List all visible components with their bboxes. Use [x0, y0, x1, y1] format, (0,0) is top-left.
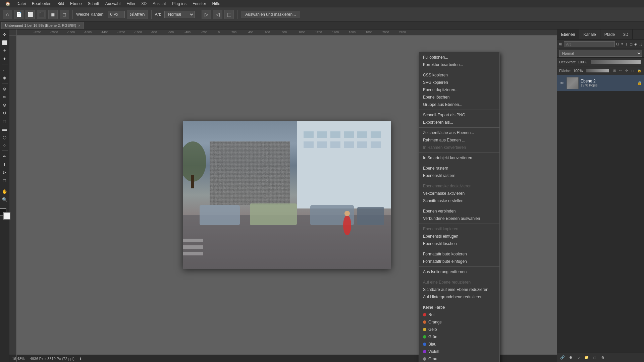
context-menu-item-gruen[interactable]: Grün: [419, 333, 499, 341]
layer-search-input[interactable]: [564, 41, 615, 47]
context-menu-item-formatattribute_kopieren[interactable]: Formatattribute kopieren: [419, 250, 499, 258]
context-menu-item-ebenenstil_einfuegen[interactable]: Ebenenstil einfügen: [419, 233, 499, 240]
context-menu-item-keine_farbe[interactable]: Keine Farbe: [419, 304, 499, 311]
context-menu-item-aus_isolierung_entfernen[interactable]: Aus Isolierung entfernen: [419, 268, 499, 276]
tool-history[interactable]: ↺: [1, 109, 8, 117]
toolbar-home-btn[interactable]: ⌂: [3, 10, 12, 19]
tab-ebenen[interactable]: Ebenen: [557, 29, 579, 39]
fill-slider[interactable]: [586, 69, 609, 72]
context-menu-item-sichtbare_auf_ebene[interactable]: Sichtbare auf eine Ebene reduzieren: [419, 286, 499, 293]
tool-magic-wand[interactable]: ✦: [1, 55, 8, 62]
smart-icon[interactable]: ◈: [634, 41, 638, 48]
toolbar-mode2-btn[interactable]: ⬛: [37, 10, 46, 19]
context-menu-item-fuelloptionen[interactable]: Fülloptionen...: [419, 54, 499, 61]
lock-artboard-icon[interactable]: ◻: [631, 69, 634, 72]
menu-hilfe[interactable]: Hilfe: [210, 1, 223, 7]
context-menu-item-vektormaske_aktivieren[interactable]: Vektormaske aktivieren: [419, 190, 499, 197]
lock-position-icon[interactable]: ✛: [625, 69, 628, 72]
adj-icon[interactable]: ✦: [621, 41, 624, 48]
tool-eyedropper[interactable]: ⊕: [1, 74, 8, 81]
shape-icon[interactable]: □: [630, 41, 633, 48]
context-menu-item-auf_hintergrundebene[interactable]: Auf Hintergrundebene reduzieren: [419, 293, 499, 301]
tool-pen[interactable]: ✒: [1, 153, 8, 160]
select-mask-btn[interactable]: Auswählen und maskieren...: [241, 11, 300, 18]
lock-image-icon[interactable]: ✏: [619, 69, 622, 72]
menu-ebene[interactable]: Ebene: [67, 1, 85, 7]
new-group-icon[interactable]: 📁: [583, 354, 590, 361]
menu-ansicht[interactable]: Ansicht: [150, 1, 168, 7]
layer-item[interactable]: 👁 Ebene 2 1978 Kopie 🔒: [557, 75, 644, 91]
menu-fenster[interactable]: Fenster: [190, 1, 209, 7]
document-tab[interactable]: Unbenannt-1 bei 16,5% (Ebene 2, RGB/8#) …: [1, 22, 84, 29]
tool-shape[interactable]: □: [1, 177, 8, 184]
tab-kanaele[interactable]: Kanäle: [579, 29, 600, 39]
context-menu-item-rahmen_aus_ebenen[interactable]: Rahmen aus Ebenen ...: [419, 136, 499, 144]
context-menu-item-verbundene_ebenen[interactable]: Verbundene Ebenen auswählen: [419, 215, 499, 222]
context-menu-item-exportieren_als[interactable]: Exportieren als...: [419, 119, 499, 126]
tool-dodge[interactable]: ○: [1, 141, 8, 149]
tool-clone[interactable]: ⊙: [1, 101, 8, 109]
menu-datei[interactable]: Datei: [14, 1, 29, 7]
tool-brush[interactable]: ✏: [1, 93, 8, 101]
context-menu-item-ebene_loschen[interactable]: Ebene löschen: [419, 94, 499, 101]
add-mask-icon[interactable]: ○: [575, 354, 582, 361]
context-menu-item-ebenen_verbinden[interactable]: Ebenen verbinden: [419, 207, 499, 215]
context-menu-item-korrektur_bearbeiten[interactable]: Korrektur bearbeiten...: [419, 61, 499, 68]
toolbar-icon2[interactable]: ◁: [213, 10, 222, 19]
context-menu-item-orange[interactable]: Orange: [419, 318, 499, 326]
menu-plugins[interactable]: Plug-ins: [169, 1, 189, 7]
pixel-icon[interactable]: ⬚: [639, 41, 642, 48]
context-menu-item-in_smartobjekt[interactable]: In Smartobjekt konvertieren: [419, 154, 499, 162]
art-select[interactable]: Normal: [164, 11, 195, 18]
menu-bearbeiten[interactable]: Bearbeiten: [29, 1, 54, 7]
context-menu-item-ebenenstil_rastern[interactable]: Ebenenstil rastern: [419, 172, 499, 179]
context-menu-item-css_kopieren[interactable]: CSS kopieren: [419, 71, 499, 79]
tool-rect-select[interactable]: ⬜: [1, 39, 8, 46]
lock-all-icon[interactable]: 🔒: [637, 69, 641, 72]
tool-zoom[interactable]: 🔍: [1, 196, 8, 203]
toolbar-mode1-btn[interactable]: ⬜: [25, 10, 35, 19]
link-layers-icon[interactable]: 🔗: [559, 354, 566, 361]
tool-eraser[interactable]: ◻: [1, 117, 8, 125]
context-menu-item-violett[interactable]: Violett: [419, 348, 499, 355]
weiche-kanten-input[interactable]: [108, 11, 125, 18]
context-menu-item-schnell_export[interactable]: Schnell-Export als PNG: [419, 111, 499, 119]
tool-text[interactable]: T: [1, 161, 8, 168]
tool-hand[interactable]: ✋: [1, 188, 8, 195]
context-menu-item-formatattribute_einfuegen[interactable]: Formatattribute einfügen: [419, 258, 499, 265]
add-style-icon[interactable]: ⊕: [567, 354, 574, 361]
context-menu-item-zeichenflaeche_aus_ebenen[interactable]: Zeichenfläche aus Ebenen...: [419, 129, 499, 136]
tool-move[interactable]: ✛: [1, 31, 8, 38]
context-menu-item-rot[interactable]: Rot: [419, 311, 499, 318]
blend-mode-select[interactable]: Normal: [559, 50, 642, 57]
menu-home[interactable]: 🏠: [3, 1, 13, 7]
lock-transparent-icon[interactable]: ⊞: [613, 69, 616, 72]
toolbar-icon1[interactable]: ▷: [202, 10, 211, 19]
context-menu-item-ebene_duplizieren[interactable]: Ebene duplizieren...: [419, 86, 499, 94]
tool-gradient[interactable]: ▬: [1, 125, 8, 133]
toolbar-new-btn[interactable]: 📄: [14, 10, 23, 19]
tool-blur[interactable]: ◌: [1, 133, 8, 141]
context-menu-item-gruppe_aus_ebenen[interactable]: Gruppe aus Ebenen...: [419, 101, 499, 108]
color-boxes[interactable]: [0, 208, 10, 220]
tab-3d[interactable]: 3D: [619, 29, 633, 39]
menu-bild[interactable]: Bild: [55, 1, 67, 7]
context-menu-item-schnittmaske_erstellen[interactable]: Schnittmaske erstellen: [419, 197, 499, 204]
tab-pfade[interactable]: Pfade: [600, 29, 619, 39]
text-icon[interactable]: T: [625, 41, 629, 48]
tool-crop[interactable]: ⌐: [1, 66, 8, 73]
context-menu-item-gelb[interactable]: Gelb: [419, 326, 499, 333]
opacity-slider[interactable]: [591, 60, 641, 64]
context-menu-item-ebenenstil_loschen[interactable]: Ebenenstil löschen: [419, 240, 499, 247]
tab-close-btn[interactable]: ×: [78, 24, 80, 27]
layer-visibility-icon[interactable]: 👁: [559, 80, 565, 86]
context-menu-item-blau[interactable]: Blau: [419, 341, 499, 348]
toolbar-mode3-btn[interactable]: ◼: [48, 10, 58, 19]
new-layer-icon[interactable]: □: [591, 354, 598, 361]
filter-icon[interactable]: ⊞: [559, 41, 562, 48]
context-menu-item-grau[interactable]: Grau: [419, 355, 499, 362]
toolbar-icon3[interactable]: ⬚: [224, 10, 234, 19]
context-menu-item-ebene_rastern[interactable]: Ebene rastern: [419, 165, 499, 172]
tool-heal[interactable]: ⊗: [1, 85, 8, 93]
menu-schrift[interactable]: Schrift: [85, 1, 102, 7]
